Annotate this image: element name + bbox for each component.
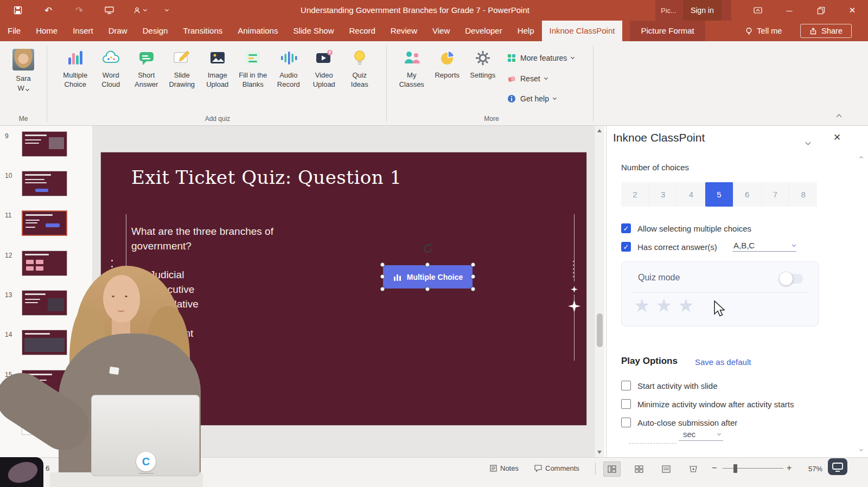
ribbon-display-options-button[interactable] <box>742 0 774 21</box>
quiz-mode-toggle-off[interactable] <box>781 274 803 284</box>
reset-button[interactable]: Reset <box>507 72 547 86</box>
ribbon-button-reports[interactable]: Reports <box>430 46 465 89</box>
slide-sorter-view-button[interactable] <box>631 462 647 476</box>
selection-handle[interactable] <box>380 274 385 279</box>
choice-count-6[interactable]: 6 <box>733 182 762 207</box>
zoom-level[interactable]: 57% <box>800 465 822 473</box>
sign-in-button[interactable]: Sign in <box>683 0 722 21</box>
canvas-scrollbar[interactable] <box>594 126 604 457</box>
tab-review[interactable]: Review <box>383 21 425 41</box>
slide-thumbnail-12[interactable] <box>22 251 67 276</box>
user-name[interactable]: Sara W <box>5 74 41 93</box>
rotate-handle[interactable] <box>422 242 434 254</box>
tab-help[interactable]: Help <box>510 21 542 41</box>
choice-count-2[interactable]: 2 <box>621 182 649 207</box>
ribbon-button-slide-drawing[interactable]: Slide Drawing <box>164 46 200 89</box>
allow-multiple-checkbox-checked[interactable]: ✓ <box>621 223 631 233</box>
choice-count-7[interactable]: 7 <box>762 182 790 207</box>
comments-button[interactable]: Comments <box>534 464 579 472</box>
tab-animations[interactable]: Animations <box>230 21 285 41</box>
tab-inknoe-classpoint[interactable]: Inknoe ClassPoint <box>542 21 623 41</box>
tab-transitions[interactable]: Transitions <box>175 21 230 41</box>
star-icon[interactable]: ★ <box>678 295 699 316</box>
correct-answers-dropdown[interactable]: A,B,C <box>732 241 796 252</box>
pane-close-button[interactable]: ✕ <box>833 132 841 143</box>
star-icon[interactable]: ★ <box>655 295 677 316</box>
selection-handle[interactable] <box>471 274 475 279</box>
ribbon-button-settings[interactable]: Settings <box>465 46 501 89</box>
choice-count-8[interactable]: 8 <box>789 182 817 207</box>
scroll-down-arrow[interactable] <box>597 451 602 454</box>
zoom-slider-track[interactable] <box>723 468 783 469</box>
seconds-unit-dropdown[interactable]: sec <box>679 430 723 441</box>
tab-developer[interactable]: Developer <box>457 21 509 41</box>
ribbon-button-image-upload[interactable]: Image Upload <box>200 46 235 89</box>
selection-handle[interactable] <box>425 287 430 291</box>
tab-slide-show[interactable]: Slide Show <box>285 21 341 41</box>
save-as-default-link[interactable]: Save as default <box>695 357 751 367</box>
more-features-button[interactable]: More features <box>507 51 574 65</box>
classpoint-toolbar-widget[interactable] <box>828 458 847 475</box>
ribbon-button-short-answer[interactable]: Short Answer <box>129 46 164 89</box>
tab-record[interactable]: Record <box>341 21 382 41</box>
current-slide[interactable]: Exit Ticket Quiz: Question 1 What are th… <box>101 152 586 425</box>
tab-file[interactable]: File <box>0 21 28 41</box>
auto-close-checkbox-unchecked[interactable] <box>621 418 631 427</box>
selection-handle[interactable] <box>471 287 475 291</box>
ribbon-button-word-cloud[interactable]: Word Cloud <box>93 46 129 89</box>
scroll-up-arrow[interactable] <box>597 129 602 132</box>
slide-question-text[interactable]: What are the three branches of governmen… <box>131 224 273 253</box>
ribbon-button-multiple-choice[interactable]: Multiple Choice <box>58 46 93 89</box>
share-button[interactable]: Share <box>800 24 852 38</box>
selection-handle[interactable] <box>425 262 430 267</box>
ribbon-button-fill-in-the-blanks[interactable]: Fill in the Blanks <box>235 46 271 89</box>
multiple-choice-slide-button[interactable]: Multiple Choice <box>383 265 473 289</box>
tab-draw[interactable]: Draw <box>101 21 135 41</box>
slide-thumbnail-15[interactable] <box>22 370 67 395</box>
slide-thumbnail-16[interactable] <box>22 409 67 435</box>
tab-view[interactable]: View <box>425 21 457 41</box>
scrollbar-thumb[interactable] <box>597 313 603 347</box>
ribbon-button-my-classes[interactable]: My Classes <box>394 46 430 89</box>
minimize-button[interactable]: ─ <box>774 0 805 21</box>
tell-me-button[interactable]: Tell me <box>745 27 782 35</box>
slide-thumbnail-9[interactable] <box>22 131 67 157</box>
seconds-input[interactable] <box>629 433 676 444</box>
pane-collapse-button[interactable] <box>806 137 810 146</box>
slide-thumbnail-11-selected[interactable] <box>22 210 67 236</box>
has-correct-checkbox-checked[interactable]: ✓ <box>621 242 631 252</box>
zoom-out-button[interactable]: − <box>712 463 717 473</box>
collapse-ribbon-button[interactable] <box>837 111 841 121</box>
ribbon-button-audio-record[interactable]: Audio Record <box>271 46 307 89</box>
slide-thumbnail-13[interactable] <box>22 290 67 316</box>
quiz-mode-stars[interactable]: ★★★ <box>634 294 699 316</box>
slideshow-view-button[interactable] <box>685 462 701 476</box>
close-button[interactable]: ✕ <box>837 0 868 21</box>
ribbon-button-quiz-ideas[interactable]: Quiz Ideas <box>342 46 378 89</box>
contextual-hint-label[interactable]: Pic... <box>661 7 676 15</box>
zoom-slider-thumb[interactable] <box>733 464 737 473</box>
notes-button[interactable]: Notes <box>490 464 519 472</box>
choice-count-4[interactable]: 4 <box>677 182 705 207</box>
restore-button[interactable] <box>805 0 837 21</box>
selection-handle[interactable] <box>380 262 385 267</box>
pane-scroll-up[interactable] <box>860 152 863 162</box>
tab-insert[interactable]: Insert <box>65 21 101 41</box>
slide-title[interactable]: Exit Ticket Quiz: Question 1 <box>131 166 402 188</box>
reading-view-button[interactable] <box>658 462 674 476</box>
choice-count-5-selected[interactable]: 5 <box>705 182 733 207</box>
get-help-button[interactable]: Get help <box>507 92 556 106</box>
slide-thumbnail-10[interactable] <box>22 171 67 196</box>
zoom-in-button[interactable]: + <box>787 463 792 473</box>
start-activity-checkbox-unchecked[interactable] <box>621 381 631 390</box>
pane-scroll-down[interactable] <box>860 443 863 453</box>
minimize-window-checkbox-unchecked[interactable] <box>621 399 631 409</box>
star-icon[interactable]: ★ <box>634 295 655 316</box>
selection-handle[interactable] <box>380 287 385 291</box>
ribbon-button-video-upload[interactable]: Video Upload <box>307 46 342 89</box>
choice-count-3[interactable]: 3 <box>649 182 678 207</box>
tab-design[interactable]: Design <box>135 21 176 41</box>
user-avatar[interactable] <box>12 49 34 71</box>
tab-picture-format[interactable]: Picture Format <box>630 21 705 41</box>
tab-home[interactable]: Home <box>28 21 65 41</box>
